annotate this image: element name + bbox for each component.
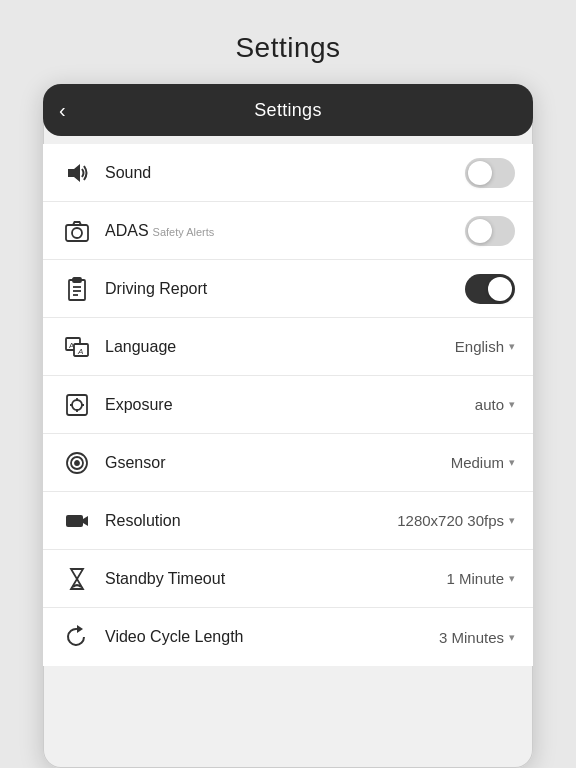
settings-item-standby-timeout[interactable]: Standby Timeout1 Minute▾ [43, 550, 533, 608]
toggle-adas[interactable] [465, 216, 515, 246]
video-icon [61, 508, 93, 534]
settings-value-text-gsensor: Medium [451, 454, 504, 471]
settings-label-sound: Sound [105, 164, 465, 182]
camera-icon [61, 218, 93, 244]
svg-marker-23 [77, 625, 83, 633]
clipboard-icon [61, 276, 93, 302]
settings-value-language[interactable]: English▾ [455, 338, 515, 355]
toggle-sound[interactable] [465, 158, 515, 188]
back-button[interactable]: ‹ [59, 100, 66, 120]
toggle-knob-driving-report [488, 277, 512, 301]
settings-value-text-standby-timeout: 1 Minute [446, 570, 504, 587]
chevron-down-icon: ▾ [509, 456, 515, 469]
nav-bar-title: Settings [254, 100, 321, 121]
settings-value-resolution[interactable]: 1280x720 30fps▾ [397, 512, 515, 529]
settings-item-adas[interactable]: ADASSafety Alerts [43, 202, 533, 260]
settings-value-standby-timeout[interactable]: 1 Minute▾ [446, 570, 515, 587]
toggle-knob-sound [468, 161, 492, 185]
chevron-down-icon: ▾ [509, 398, 515, 411]
chevron-down-icon: ▾ [509, 631, 515, 644]
toggle-knob-adas [468, 219, 492, 243]
svg-marker-0 [68, 164, 80, 182]
settings-label-standby-timeout: Standby Timeout [105, 570, 446, 588]
settings-list: Sound ADASSafety Alerts Driving Report A… [43, 144, 533, 666]
svg-point-13 [72, 400, 82, 410]
settings-label-driving-report: Driving Report [105, 280, 465, 298]
svg-rect-3 [69, 280, 85, 300]
svg-text:A: A [77, 347, 83, 356]
svg-rect-21 [66, 515, 83, 527]
settings-label-exposure: Exposure [105, 396, 475, 414]
settings-label-gsensor: Gsensor [105, 454, 451, 472]
settings-value-exposure[interactable]: auto▾ [475, 396, 515, 413]
settings-value-text-video-cycle: 3 Minutes [439, 629, 504, 646]
settings-value-text-resolution: 1280x720 30fps [397, 512, 504, 529]
nav-bar: ‹ Settings [43, 84, 533, 136]
settings-item-exposure[interactable]: Exposureauto▾ [43, 376, 533, 434]
settings-label-adas: ADASSafety Alerts [105, 222, 465, 240]
settings-item-gsensor[interactable]: GsensorMedium▾ [43, 434, 533, 492]
language-icon: A A [61, 334, 93, 360]
settings-item-language[interactable]: A A LanguageEnglish▾ [43, 318, 533, 376]
gsensor-icon [61, 450, 93, 476]
chevron-down-icon: ▾ [509, 514, 515, 527]
hourglass-icon [61, 566, 93, 592]
settings-label-language: Language [105, 338, 455, 356]
settings-value-text-exposure: auto [475, 396, 504, 413]
svg-point-2 [72, 228, 82, 238]
svg-point-20 [75, 461, 79, 465]
chevron-down-icon: ▾ [509, 340, 515, 353]
settings-label-resolution: Resolution [105, 512, 397, 530]
settings-value-text-language: English [455, 338, 504, 355]
settings-item-resolution[interactable]: Resolution1280x720 30fps▾ [43, 492, 533, 550]
settings-item-driving-report[interactable]: Driving Report [43, 260, 533, 318]
settings-item-sound[interactable]: Sound [43, 144, 533, 202]
page-title: Settings [235, 32, 340, 64]
device-frame: ‹ Settings Sound ADASSafety Alerts Drivi… [43, 84, 533, 768]
settings-value-gsensor[interactable]: Medium▾ [451, 454, 515, 471]
chevron-down-icon: ▾ [509, 572, 515, 585]
sound-icon [61, 160, 93, 186]
settings-sublabel-adas: Safety Alerts [153, 226, 215, 238]
settings-label-video-cycle: Video Cycle Length [105, 628, 439, 646]
settings-value-video-cycle[interactable]: 3 Minutes▾ [439, 629, 515, 646]
cycle-icon [61, 624, 93, 650]
settings-item-video-cycle[interactable]: Video Cycle Length3 Minutes▾ [43, 608, 533, 666]
svg-marker-22 [83, 516, 88, 526]
exposure-icon [61, 392, 93, 418]
toggle-driving-report[interactable] [465, 274, 515, 304]
